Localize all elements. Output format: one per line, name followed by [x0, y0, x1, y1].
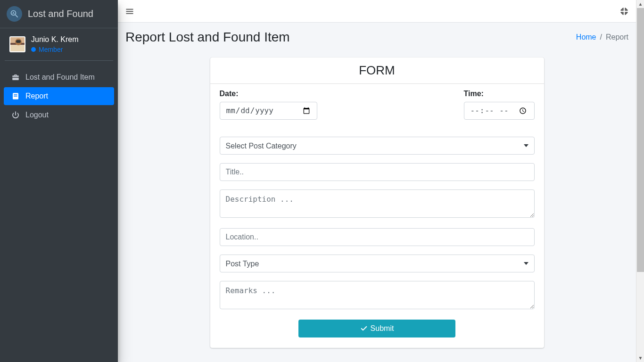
- power-icon: [10, 111, 21, 119]
- user-role-label: Member: [39, 46, 63, 53]
- description-textarea[interactable]: [220, 189, 535, 218]
- card-body: Date: Time: Select Post Category: [210, 84, 544, 348]
- user-panel: Junio K. Krem Member: [5, 28, 113, 61]
- menu-toggle-button[interactable]: [125, 7, 134, 16]
- category-select[interactable]: Select Post Category: [220, 137, 535, 155]
- svg-rect-4: [14, 94, 17, 95]
- post-type-group: Post Type: [220, 255, 535, 272]
- scroll-up-arrow-icon[interactable]: ▲: [636, 0, 644, 8]
- brand-logo: [7, 6, 22, 22]
- status-dot-icon: [31, 47, 36, 52]
- user-info: Junio K. Krem Member: [31, 35, 78, 53]
- sidebar-item-logout[interactable]: Logout: [4, 106, 114, 124]
- time-group: Time:: [464, 90, 535, 120]
- category-group: Select Post Category: [220, 137, 535, 155]
- brand-title: Lost and Found: [28, 8, 93, 19]
- date-group: Date:: [220, 90, 454, 120]
- scroll-thumb[interactable]: [637, 8, 644, 272]
- breadcrumb-current: Report: [596, 33, 628, 41]
- fullscreen-toggle-button[interactable]: [620, 7, 628, 16]
- submit-button[interactable]: Submit: [298, 320, 455, 337]
- svg-line-1: [15, 15, 17, 17]
- svg-rect-8: [126, 13, 133, 14]
- topbar: [118, 0, 636, 23]
- svg-rect-6: [126, 8, 133, 9]
- description-group: [220, 189, 535, 220]
- card-header: FORM: [210, 58, 544, 84]
- date-label: Date:: [220, 90, 454, 98]
- svg-rect-5: [14, 96, 17, 97]
- avatar: [9, 36, 25, 52]
- location-group: [220, 228, 535, 246]
- page-title: Report Lost and Found Item: [125, 30, 290, 45]
- briefcase-icon: [10, 73, 21, 82]
- file-icon: [10, 92, 21, 100]
- location-input[interactable]: [220, 228, 535, 246]
- compress-icon: [620, 7, 628, 16]
- check-icon: [360, 325, 368, 332]
- sidebar-item-lost-found[interactable]: Lost and Found Item: [4, 68, 114, 86]
- sidebar-nav: Lost and Found Item Report Logout: [0, 65, 118, 129]
- breadcrumb: Home Report: [576, 33, 628, 41]
- bars-icon: [125, 7, 134, 16]
- sidebar-item-label: Report: [25, 92, 48, 100]
- user-role: Member: [31, 46, 78, 53]
- main: Report Lost and Found Item Home Report F…: [118, 0, 636, 362]
- sidebar-item-label: Logout: [25, 111, 49, 119]
- date-input[interactable]: [220, 102, 317, 120]
- browser-scrollbar[interactable]: ▲ ▼: [636, 0, 644, 362]
- card-title: FORM: [220, 63, 535, 78]
- breadcrumb-home[interactable]: Home: [576, 33, 596, 41]
- submit-row: Submit: [220, 320, 535, 337]
- sidebar: Lost and Found Junio K. Krem Member Lost…: [0, 0, 118, 362]
- svg-point-2: [13, 12, 14, 13]
- sidebar-item-report[interactable]: Report: [4, 87, 114, 105]
- time-label: Time:: [464, 90, 535, 98]
- post-type-select[interactable]: Post Type: [220, 255, 535, 272]
- submit-label: Submit: [371, 324, 394, 333]
- time-input[interactable]: [464, 102, 535, 120]
- remarks-group: [220, 281, 535, 311]
- scroll-down-arrow-icon[interactable]: ▼: [636, 354, 644, 362]
- remarks-textarea[interactable]: [220, 281, 535, 309]
- sidebar-item-label: Lost and Found Item: [25, 73, 95, 82]
- title-input[interactable]: [220, 163, 535, 181]
- magnify-people-icon: [10, 9, 19, 19]
- brand-link[interactable]: Lost and Found: [0, 0, 118, 28]
- content: FORM Date: Time: Select Post C: [118, 52, 636, 362]
- form-card: FORM Date: Time: Select Post C: [210, 58, 544, 348]
- title-group: [220, 163, 535, 181]
- content-header: Report Lost and Found Item Home Report: [118, 23, 636, 52]
- user-name: Junio K. Krem: [31, 35, 78, 44]
- svg-rect-7: [126, 11, 133, 12]
